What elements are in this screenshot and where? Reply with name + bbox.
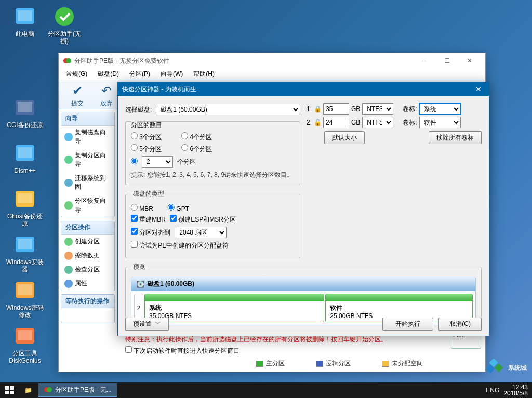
menu-item[interactable]: 向导(W) [155, 68, 188, 80]
legend: 主分区 逻辑分区 未分配空间 [256, 359, 438, 368]
disk-select[interactable]: 磁盘1 (60.00GB) [156, 104, 300, 115]
pending-panel: 等待执行的操作 [61, 294, 115, 323]
auto-enter-check[interactable]: 下次启动软件时直接进入快速分区窗口 [125, 347, 240, 354]
wizard-panel: 向导 复制磁盘向导复制分区向导迁移系统到固分区恢复向导 [61, 112, 115, 217]
commit-button[interactable]: ✔提交 [63, 83, 92, 107]
opt-4[interactable]: 4个分区 [181, 132, 212, 142]
sidebar-item[interactable]: 属性 [61, 277, 114, 291]
default-size-button[interactable]: 默认大小 [324, 131, 365, 144]
menu-item[interactable]: 帮助(H) [188, 68, 220, 80]
cancel-button[interactable]: 取消(C) [438, 318, 482, 331]
svg-rect-9 [18, 239, 32, 249]
sidebar-item[interactable]: 分区恢复向导 [61, 194, 114, 217]
menubar: 常规(G)磁盘(D)分区(P)向导(W)帮助(H) [59, 68, 485, 80]
left-sidebar: 向导 复制磁盘向导复制分区向导迁移系统到固分区恢复向导 分区操作 创建分区擦除数… [61, 112, 115, 354]
svg-rect-22 [5, 391, 9, 394]
desktop-icon[interactable]: 此电脑 [5, 4, 45, 37]
sidebar-item[interactable]: 迁移系统到固 [61, 171, 114, 194]
svg-rect-13 [18, 330, 32, 340]
svg-rect-23 [10, 391, 14, 394]
label-select[interactable]: 系统 [419, 103, 461, 115]
desktop-icon[interactable]: Ghost备份还原 [5, 187, 45, 227]
try-pe-check[interactable]: 尝试为PE中创建的分区分配盘符 [131, 241, 229, 250]
align-select[interactable]: 2048 扇区 [175, 227, 227, 238]
taskbar-app[interactable]: 分区助手PE版 - 无... [38, 383, 117, 397]
dialog-titlebar[interactable]: 快速分区神器 - 为装机而生 ✕ [118, 83, 489, 96]
svg-point-25 [47, 387, 52, 392]
warning-text: 特别注意：执行此操作后，当前所选磁盘上已经存在的所有分区将被删除！按回车键开始分… [125, 335, 482, 344]
custom-count-select[interactable]: 2 [142, 156, 173, 168]
opt-custom[interactable] [131, 158, 138, 166]
menu-item[interactable]: 常规(G) [61, 68, 92, 80]
size-input[interactable] [323, 103, 349, 115]
label-select[interactable]: 软件 [419, 117, 461, 128]
quick-partition-dialog: 快速分区神器 - 为装机而生 ✕ 选择磁盘: 磁盘1 (60.00GB) 分区的… [117, 82, 489, 336]
system-tray[interactable]: ENG 12:43 2018/5/8 [482, 384, 532, 396]
svg-point-14 [55, 7, 74, 26]
partition-row: 1:🔒 GB NTFS 卷标: 系统 [307, 103, 482, 115]
rebuild-mbr-check[interactable]: 重建MBR [131, 215, 166, 224]
partition-rows: 1:🔒 GB NTFS 卷标: 系统2:🔓 GB NTFS 卷标: 软件 [307, 103, 482, 128]
desktop-icon[interactable]: Windows安装器 [5, 232, 45, 273]
svg-rect-7 [18, 193, 32, 203]
create-esp-check[interactable]: 创建ESP和MSR分区 [170, 215, 236, 224]
start-button[interactable]: 开始执行 [382, 318, 433, 331]
svg-rect-20 [5, 386, 9, 390]
app-icon [63, 57, 71, 65]
svg-rect-3 [18, 102, 32, 112]
discard-button[interactable]: ↶放弃 [92, 83, 121, 107]
dialog-close-button[interactable]: ✕ [472, 85, 485, 93]
sidebar-item[interactable]: 复制分区向导 [61, 148, 114, 171]
menu-item[interactable]: 磁盘(D) [92, 68, 124, 80]
preview-disk-header: 💽 磁盘1 (60.00GB) [131, 277, 475, 291]
close-button[interactable]: ✕ [458, 53, 481, 68]
svg-point-16 [66, 58, 71, 63]
titlebar[interactable]: 分区助手PE版 - 无损分区免费软件 ─ ☐ ✕ [59, 53, 485, 68]
desktop: 此电脑CGI备份还原Dism++Ghost备份还原Windows安装器Windo… [0, 0, 532, 398]
opt-3[interactable]: 3个分区 [131, 132, 162, 142]
svg-rect-5 [18, 147, 32, 158]
minimize-button[interactable]: ─ [413, 53, 435, 68]
gpt-radio[interactable]: GPT [168, 204, 189, 212]
partition-row: 2:🔓 GB NTFS 卷标: 软件 [307, 117, 482, 128]
preset-button[interactable]: 预设置︾ [125, 318, 169, 331]
maximize-button[interactable]: ☐ [435, 53, 458, 68]
svg-rect-21 [10, 386, 14, 390]
sidebar-item[interactable]: 检查分区 [61, 263, 114, 277]
sidebar-item[interactable]: 创建分区 [61, 235, 114, 249]
window-title: 分区助手PE版 - 无损分区免费软件 [74, 57, 169, 65]
explorer-icon[interactable]: 📁 [19, 387, 37, 394]
align-check[interactable]: 分区对齐到 [131, 228, 170, 237]
desktop-icon[interactable]: 分区工具DiskGenius [5, 324, 45, 364]
menu-item[interactable]: 分区(P) [124, 68, 155, 80]
opt-6[interactable]: 6个分区 [181, 144, 212, 154]
opt-5[interactable]: 5个分区 [131, 144, 162, 154]
lock-icon[interactable]: 🔓 [314, 119, 321, 126]
sidebar-item[interactable]: 擦除数据 [61, 249, 114, 263]
watermark: 系统城 [486, 359, 527, 377]
operations-panel: 分区操作 创建分区擦除数据检查分区属性 [61, 221, 115, 291]
lock-icon[interactable]: 🔒 [314, 105, 321, 113]
size-input[interactable] [323, 117, 349, 128]
svg-rect-1 [18, 10, 32, 21]
disk-icon: 💽 [137, 281, 144, 288]
start-button[interactable] [0, 382, 19, 398]
sidebar-item[interactable]: 复制磁盘向导 [61, 126, 114, 148]
svg-rect-11 [18, 284, 32, 295]
desktop-icon[interactable]: 分区助手(无损) [45, 4, 84, 45]
mbr-radio[interactable]: MBR [131, 204, 153, 212]
remove-labels-button[interactable]: 移除所有卷标 [429, 131, 482, 144]
select-disk-label: 选择磁盘: [125, 105, 152, 114]
desktop-icon[interactable]: Windows密码修改 [5, 278, 45, 319]
fs-select[interactable]: NTFS [362, 103, 393, 115]
fs-select[interactable]: NTFS [362, 117, 393, 128]
desktop-icon[interactable]: CGI备份还原 [5, 95, 45, 129]
disk-type-group: 磁盘的类型 MBR GPT 重建MBR 创建ESP和MSR分区 分区对齐到 20… [125, 189, 300, 258]
partition-count-group: 分区的数目 3个分区 4个分区 5个分区 6个分区 2 个分区 [125, 118, 300, 185]
desktop-icon[interactable]: Dism++ [5, 141, 45, 174]
taskbar: 📁 分区助手PE版 - 无... ENG 12:43 2018/5/8 [0, 382, 532, 398]
